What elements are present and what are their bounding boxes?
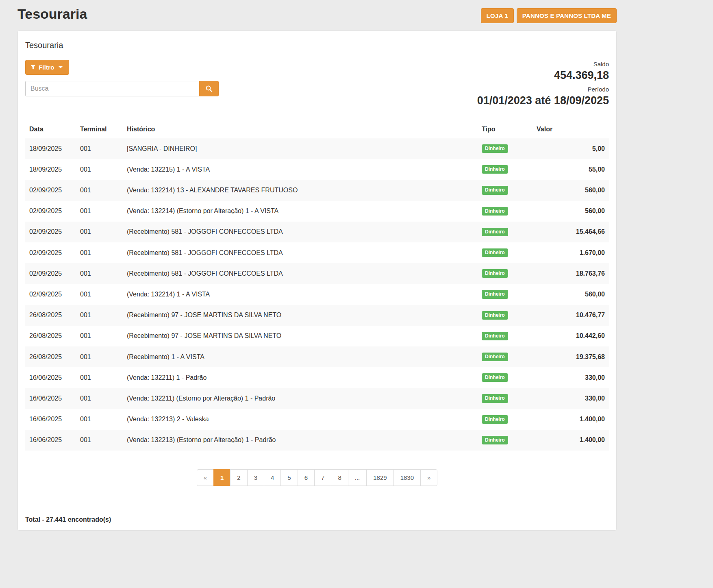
- saldo-value: 454.369,18: [477, 69, 609, 82]
- cell-tipo: Dinheiro: [478, 305, 533, 326]
- cell-data: 18/09/2025: [25, 138, 76, 159]
- cell-historico: (Venda: 132211) (Estorno por Alteração) …: [123, 388, 478, 409]
- page: Tesouraria LOJA 1 PANNOS E PANNOS LTDA M…: [0, 0, 713, 547]
- cell-data: 16/06/2025: [25, 367, 76, 388]
- cell-historico: (Recebimento) 1 - A VISTA: [123, 346, 478, 367]
- cell-valor: 5,00: [533, 138, 609, 159]
- pagination-wrap: «12345678...18291830»: [25, 469, 609, 486]
- cell-historico: (Venda: 132214) 13 - ALEXANDRE TAVARES F…: [123, 180, 478, 200]
- cell-data: 16/06/2025: [25, 388, 76, 409]
- cell-historico: [SANGRIA - DINHEIRO]: [123, 138, 478, 159]
- pagination-page-1830[interactable]: 1830: [393, 469, 421, 486]
- cell-data: 26/08/2025: [25, 326, 76, 346]
- cell-historico: (Venda: 132213) (Estorno por Alteração) …: [123, 430, 478, 451]
- table-row: 26/08/2025 001 (Recebimento) 1 - A VISTA…: [25, 346, 609, 367]
- company-button[interactable]: PANNOS E PANNOS LTDA ME: [517, 8, 617, 23]
- tipo-badge: Dinheiro: [482, 373, 508, 382]
- store-button[interactable]: LOJA 1: [481, 8, 514, 23]
- cell-tipo: Dinheiro: [478, 388, 533, 409]
- toolbar: Filtro: [25, 60, 609, 107]
- table-row: 18/09/2025 001 (Venda: 132215) 1 - A VIS…: [25, 159, 609, 180]
- cell-terminal: 001: [76, 305, 123, 326]
- cell-data: 26/08/2025: [25, 305, 76, 326]
- cell-terminal: 001: [76, 388, 123, 409]
- pagination-prev[interactable]: «: [197, 469, 214, 486]
- pagination-page-1[interactable]: 1: [213, 469, 230, 486]
- cell-terminal: 001: [76, 284, 123, 305]
- pagination-page-3[interactable]: 3: [247, 469, 264, 486]
- pagination-page-4[interactable]: 4: [264, 469, 281, 486]
- tipo-badge: Dinheiro: [482, 415, 508, 424]
- cell-terminal: 001: [76, 222, 123, 242]
- search-button[interactable]: [199, 81, 219, 96]
- pagination-page-7[interactable]: 7: [314, 469, 331, 486]
- tipo-badge: Dinheiro: [482, 269, 508, 278]
- cell-data: 02/09/2025: [25, 222, 76, 242]
- column-header-data: Data: [25, 121, 76, 138]
- cell-terminal: 001: [76, 409, 123, 430]
- tesouraria-panel: Tesouraria Filtro: [17, 30, 617, 531]
- column-header-valor: Valor: [533, 121, 609, 138]
- pagination-next[interactable]: »: [420, 469, 437, 486]
- pagination-page-2[interactable]: 2: [230, 469, 247, 486]
- tipo-badge: Dinheiro: [482, 207, 508, 216]
- cell-valor: 18.763,76: [533, 263, 609, 284]
- search-input[interactable]: [25, 81, 199, 96]
- pagination: «12345678...18291830»: [197, 469, 438, 486]
- table-row: 16/06/2025 001 (Venda: 132211) 1 - Padrã…: [25, 367, 609, 388]
- table-header-row: Data Terminal Histórico Tipo Valor: [25, 121, 609, 138]
- column-header-terminal: Terminal: [76, 121, 123, 138]
- cell-valor: 560,00: [533, 201, 609, 222]
- cell-data: 02/09/2025: [25, 180, 76, 200]
- cell-historico: (Recebimento) 97 - JOSE MARTINS DA SILVA…: [123, 305, 478, 326]
- cell-historico: (Venda: 132211) 1 - Padrão: [123, 367, 478, 388]
- cell-tipo: Dinheiro: [478, 222, 533, 242]
- cell-historico: (Venda: 132214) 1 - A VISTA: [123, 284, 478, 305]
- cell-valor: 560,00: [533, 284, 609, 305]
- cell-data: 18/09/2025: [25, 159, 76, 180]
- cell-tipo: Dinheiro: [478, 263, 533, 284]
- table-row: 16/06/2025 001 (Venda: 132213) 2 - Vales…: [25, 409, 609, 430]
- cell-valor: 560,00: [533, 180, 609, 200]
- table-row: 16/06/2025 001 (Venda: 132213) (Estorno …: [25, 430, 609, 451]
- column-header-historico: Histórico: [123, 121, 478, 138]
- tipo-badge: Dinheiro: [482, 144, 508, 153]
- cell-terminal: 001: [76, 180, 123, 200]
- cell-historico: (Recebimento) 581 - JOGGOFI CONFECCOES L…: [123, 222, 478, 242]
- container: Tesouraria LOJA 1 PANNOS E PANNOS LTDA M…: [17, 5, 617, 531]
- table-row: 18/09/2025 001 [SANGRIA - DINHEIRO] Dinh…: [25, 138, 609, 159]
- pagination-page-6[interactable]: 6: [298, 469, 315, 486]
- panel-body: Filtro: [18, 54, 616, 509]
- cell-historico: (Venda: 132213) 2 - Valeska: [123, 409, 478, 430]
- tipo-badge: Dinheiro: [482, 353, 508, 361]
- cell-terminal: 001: [76, 430, 123, 451]
- pagination-page-8[interactable]: 8: [331, 469, 348, 486]
- cell-valor: 55,00: [533, 159, 609, 180]
- cell-valor: 330,00: [533, 388, 609, 409]
- cell-historico: (Venda: 132215) 1 - A VISTA: [123, 159, 478, 180]
- summary: Saldo 454.369,18 Período 01/01/2023 até …: [477, 60, 609, 107]
- filter-button-label: Filtro: [39, 64, 54, 71]
- filter-button[interactable]: Filtro: [25, 60, 69, 75]
- filter-icon: [30, 65, 36, 70]
- cell-data: 02/09/2025: [25, 284, 76, 305]
- cell-data: 26/08/2025: [25, 346, 76, 367]
- cell-tipo: Dinheiro: [478, 326, 533, 346]
- table-row: 02/09/2025 001 (Venda: 132214) (Estorno …: [25, 201, 609, 222]
- table-row: 02/09/2025 001 (Recebimento) 581 - JOGGO…: [25, 222, 609, 242]
- tipo-badge: Dinheiro: [482, 290, 508, 298]
- pagination-page-5[interactable]: 5: [280, 469, 298, 486]
- cell-data: 16/06/2025: [25, 409, 76, 430]
- cell-terminal: 001: [76, 242, 123, 263]
- tipo-badge: Dinheiro: [482, 394, 508, 403]
- periodo-label: Período: [477, 86, 609, 93]
- cell-data: 02/09/2025: [25, 263, 76, 284]
- cell-terminal: 001: [76, 326, 123, 346]
- pagination-page-1829[interactable]: 1829: [366, 469, 393, 486]
- cell-tipo: Dinheiro: [478, 430, 533, 451]
- cell-data: 02/09/2025: [25, 242, 76, 263]
- periodo-value: 01/01/2023 até 18/09/2025: [477, 94, 609, 107]
- tipo-badge: Dinheiro: [482, 248, 508, 257]
- header-buttons: LOJA 1 PANNOS E PANNOS LTDA ME: [481, 7, 617, 23]
- cell-tipo: Dinheiro: [478, 409, 533, 430]
